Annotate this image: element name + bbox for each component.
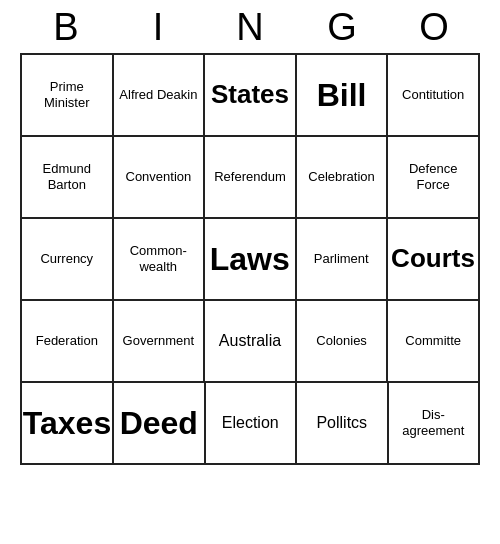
row-0: Prime MinisterAlfred DeakinStatesBillCon… (22, 55, 480, 137)
cell-3-2[interactable]: Australia (205, 301, 297, 383)
cell-4-2[interactable]: Election (206, 383, 298, 465)
cell-3-4[interactable]: Committe (388, 301, 480, 383)
cell-4-3[interactable]: Pollitcs (297, 383, 389, 465)
cell-1-3[interactable]: Celebration (297, 137, 389, 219)
cell-1-4[interactable]: Defence Force (388, 137, 480, 219)
row-3: FederationGovernmentAustraliaColoniesCom… (22, 301, 480, 383)
row-4: TaxesDeedElectionPollitcsDis-agreement (22, 383, 480, 465)
letter-n: N (206, 6, 294, 49)
cell-4-1[interactable]: Deed (114, 383, 206, 465)
cell-3-1[interactable]: Government (114, 301, 206, 383)
letter-i: I (114, 6, 202, 49)
cell-2-4[interactable]: Courts (388, 219, 480, 301)
cell-0-2[interactable]: States (205, 55, 297, 137)
cell-0-4[interactable]: Contitution (388, 55, 480, 137)
cell-1-1[interactable]: Convention (114, 137, 206, 219)
cell-1-2[interactable]: Referendum (205, 137, 297, 219)
cell-1-0[interactable]: Edmund Barton (22, 137, 114, 219)
letter-b: B (22, 6, 110, 49)
cell-0-0[interactable]: Prime Minister (22, 55, 114, 137)
cell-2-2[interactable]: Laws (205, 219, 297, 301)
row-1: Edmund BartonConventionReferendumCelebra… (22, 137, 480, 219)
letter-g: G (298, 6, 386, 49)
bingo-title: B I N G O (20, 0, 480, 53)
cell-0-3[interactable]: Bill (297, 55, 389, 137)
bingo-grid: Prime MinisterAlfred DeakinStatesBillCon… (20, 53, 480, 465)
cell-2-3[interactable]: Parliment (297, 219, 389, 301)
cell-0-1[interactable]: Alfred Deakin (114, 55, 206, 137)
cell-4-0[interactable]: Taxes (22, 383, 114, 465)
cell-2-1[interactable]: Common-wealth (114, 219, 206, 301)
row-2: CurrencyCommon-wealthLawsParlimentCourts (22, 219, 480, 301)
cell-3-0[interactable]: Federation (22, 301, 114, 383)
cell-4-4[interactable]: Dis-agreement (389, 383, 481, 465)
cell-2-0[interactable]: Currency (22, 219, 114, 301)
cell-3-3[interactable]: Colonies (297, 301, 389, 383)
letter-o: O (390, 6, 478, 49)
